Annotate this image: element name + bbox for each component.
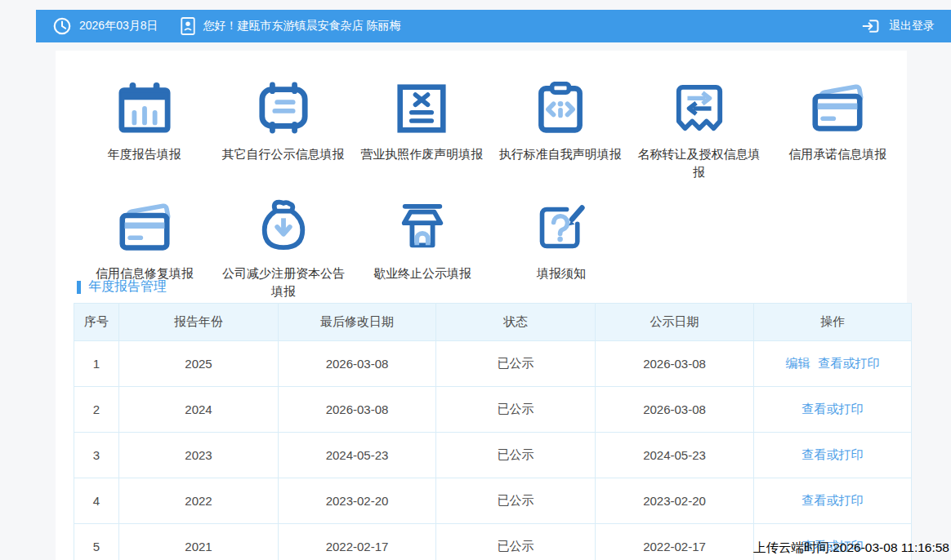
table-row: 120252026-03-08已公示2026-03-08编辑查看或打印 <box>74 341 912 387</box>
operations-cell: 查看或打印 <box>754 387 912 433</box>
menu-item-label: 歇业终止公示填报 <box>373 264 471 282</box>
shop-icon <box>394 196 451 253</box>
menu-row1: 年度报告填报 其它自行公示信息填报 营业执照作废声明填报 执行标准自我声明填报 <box>75 51 907 181</box>
status: 已公示 <box>436 387 596 433</box>
table-row: 220242026-03-08已公示2026-03-08查看或打印 <box>74 387 912 433</box>
view-or-print-link[interactable]: 查看或打印 <box>819 356 880 370</box>
logout-icon <box>860 17 882 35</box>
logout-label: 退出登录 <box>889 19 935 33</box>
upload-time-text: 上传云端时间:2026-03-08 11:16:58 <box>753 540 949 557</box>
status: 已公示 <box>436 478 596 524</box>
menu-item[interactable]: 信用承诺信息填报 <box>768 77 907 181</box>
menu-item[interactable]: 填报须知 <box>492 196 631 300</box>
column-header: 报告年份 <box>119 304 279 341</box>
menu-item-label: 信用承诺信息填报 <box>788 145 886 163</box>
edit-link[interactable]: 编辑 <box>786 356 810 370</box>
table-header-row: 序号报告年份最后修改日期状态公示日期操作 <box>74 304 912 341</box>
menu-item-label: 公司减少注册资本公告填报 <box>217 264 350 300</box>
menu-item[interactable]: 公司减少注册资本公告填报 <box>214 196 353 300</box>
report-year: 2025 <box>119 341 279 387</box>
table-row: 320232024-05-23已公示2024-05-23查看或打印 <box>74 433 912 478</box>
menu-item-label: 其它自行公示信息填报 <box>222 145 345 163</box>
menu-item[interactable]: 年度报告填报 <box>75 77 214 181</box>
transfer-arrows-icon <box>671 77 728 134</box>
last-modified-date: 2024-05-23 <box>279 433 436 478</box>
last-modified-date: 2022-02-17 <box>279 524 436 560</box>
section-marker <box>77 281 81 294</box>
menu-item-label: 执行标准自我声明填报 <box>499 145 622 163</box>
clipboard-code-icon <box>533 77 588 134</box>
row-number: 5 <box>74 524 119 560</box>
view-or-print-link[interactable]: 查看或打印 <box>802 447 864 461</box>
license-void-icon <box>394 77 449 134</box>
clock-icon <box>52 16 72 36</box>
menu-item-label: 填报须知 <box>537 264 586 282</box>
column-header: 最后修改日期 <box>279 304 436 341</box>
menu-item-label: 年度报告填报 <box>108 145 181 163</box>
status: 已公示 <box>436 433 596 478</box>
publish-date: 2024-05-23 <box>596 433 754 478</box>
user-greeting: 您好！建瓯市东游镇晨安食杂店 陈丽梅 <box>203 19 401 33</box>
report-year: 2022 <box>119 478 279 524</box>
column-header: 序号 <box>74 304 119 341</box>
column-header: 操作 <box>754 304 912 341</box>
section-title: 年度报告管理 <box>88 278 167 296</box>
view-or-print-link[interactable]: 查看或打印 <box>802 402 864 416</box>
publish-date: 2026-03-08 <box>596 341 754 387</box>
question-pencil-icon <box>534 196 589 253</box>
operations-cell: 查看或打印 <box>754 478 912 524</box>
content-card: 年度报告填报 其它自行公示信息填报 营业执照作废声明填报 执行标准自我声明填报 <box>56 51 907 560</box>
current-date: 2026年03月8日 <box>79 19 158 33</box>
report-year: 2023 <box>119 433 279 478</box>
topbar: 2026年03月8日 您好！建瓯市东游镇晨安食杂店 陈丽梅 退出登录 <box>36 10 951 42</box>
money-bag-icon <box>255 196 312 253</box>
operations-cell: 查看或打印 <box>754 433 912 478</box>
menu-item[interactable]: 执行标准自我声明填报 <box>491 77 630 181</box>
menu-item-label: 营业执照作废声明填报 <box>360 145 483 163</box>
publish-date: 2023-02-20 <box>596 478 754 524</box>
last-modified-date: 2026-03-08 <box>279 387 436 433</box>
notice-board-icon <box>255 77 312 134</box>
menu-row2: 信用信息修复填报 公司减少注册资本公告填报 歇业终止公示填报 填报须知 <box>75 196 907 300</box>
table-row: 420222023-02-20已公示2023-02-20查看或打印 <box>74 478 912 524</box>
column-header: 状态 <box>436 304 596 341</box>
column-header: 公示日期 <box>596 304 754 341</box>
row-number: 4 <box>74 478 119 524</box>
calendar-report-icon <box>116 77 173 134</box>
status: 已公示 <box>436 524 596 560</box>
last-modified-date: 2023-02-20 <box>279 478 436 524</box>
last-modified-date: 2026-03-08 <box>279 341 436 387</box>
menu-item[interactable]: 名称转让及授权信息填报 <box>630 77 769 181</box>
row-number: 2 <box>74 387 119 433</box>
row-number: 3 <box>74 433 119 478</box>
operations-cell: 编辑查看或打印 <box>754 341 912 387</box>
view-or-print-link[interactable]: 查看或打印 <box>802 493 864 507</box>
menu-item[interactable]: 营业执照作废声明填报 <box>352 77 491 181</box>
user-card-icon <box>180 16 196 36</box>
menu-item[interactable]: 歇业终止公示填报 <box>353 196 492 300</box>
report-year: 2024 <box>119 387 279 433</box>
menu-item[interactable]: 其它自行公示信息填报 <box>214 77 353 181</box>
credit-card-icon <box>809 77 866 134</box>
row-number: 1 <box>74 341 119 387</box>
table-body: 120252026-03-08已公示2026-03-08编辑查看或打印22024… <box>74 341 912 560</box>
logout-button[interactable]: 退出登录 <box>860 17 935 35</box>
publish-date: 2022-02-17 <box>596 524 754 560</box>
status: 已公示 <box>436 341 596 387</box>
credit-card-icon <box>116 196 173 253</box>
section-header: 年度报告管理 <box>77 278 167 296</box>
annual-report-table: 序号报告年份最后修改日期状态公示日期操作 120252026-03-08已公示2… <box>74 303 911 560</box>
menu-item-label: 名称转让及授权信息填报 <box>632 145 766 181</box>
report-year: 2021 <box>119 524 279 560</box>
publish-date: 2026-03-08 <box>596 387 754 433</box>
